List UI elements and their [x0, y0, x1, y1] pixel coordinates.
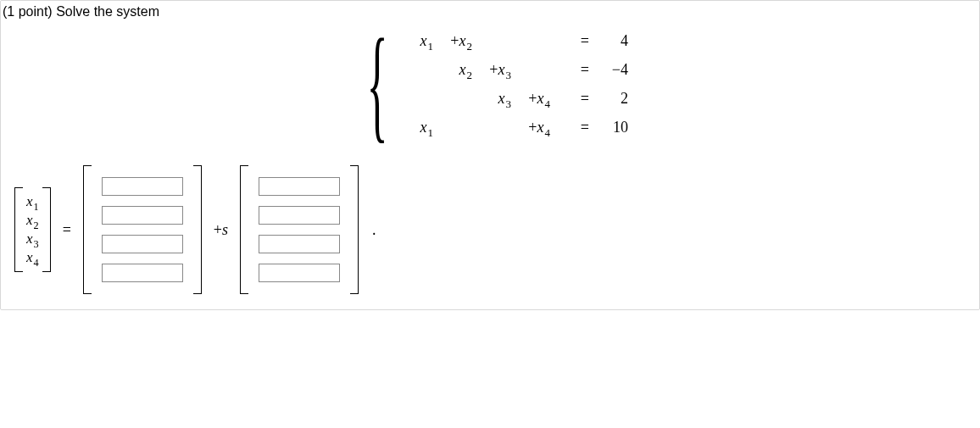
particular-x2-input[interactable] — [102, 206, 183, 225]
particular-x3-input[interactable] — [102, 235, 183, 253]
particular-x4-input[interactable] — [102, 264, 183, 282]
equation-row: x2 +x3 = −4 — [399, 55, 633, 84]
homogeneous-direction-vector — [240, 165, 359, 294]
direction-x4-input[interactable] — [259, 264, 340, 282]
points-label: (1 point) — [3, 4, 53, 19]
equals-sign: = — [59, 221, 75, 239]
problem-container: (1 point) Solve the system { x1 +x2 = 4 … — [0, 0, 980, 310]
answer-area: x1 x2 x3 x4 = +s — [3, 165, 977, 294]
plus-s-label: +s — [210, 221, 231, 239]
particular-x1-input[interactable] — [102, 177, 183, 196]
curly-brace-icon: { — [366, 30, 387, 138]
direction-x2-input[interactable] — [259, 206, 340, 225]
system-area: { x1 +x2 = 4 x2 +x3 = −4 — [3, 26, 977, 142]
prompt-text: Solve the system — [56, 4, 159, 19]
equation-row: x1 +x2 = 4 — [399, 26, 633, 55]
particular-solution-vector — [83, 165, 202, 294]
vector-x-labels: x1 x2 x3 x4 — [14, 187, 51, 272]
direction-x1-input[interactable] — [259, 177, 340, 196]
equation-row: x1 +x4 = 10 — [399, 113, 633, 142]
direction-x3-input[interactable] — [259, 235, 340, 253]
equation-row: x3 +x4 = 2 — [399, 84, 633, 113]
problem-prompt: (1 point) Solve the system — [3, 4, 977, 19]
period: . — [372, 221, 376, 239]
system-equations: x1 +x2 = 4 x2 +x3 = −4 — [399, 26, 633, 142]
